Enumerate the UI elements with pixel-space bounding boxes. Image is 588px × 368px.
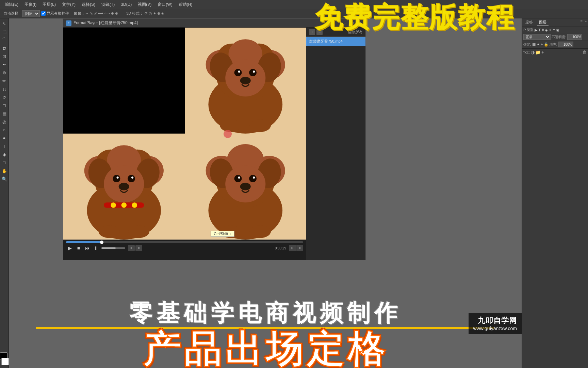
lasso-tool[interactable]: ⌒ bbox=[1, 36, 8, 44]
svg-point-38 bbox=[121, 202, 127, 208]
fp-playlist-item-0[interactable]: 红袋磨牙骨750.mp4 bbox=[306, 37, 365, 46]
lock-art-icon[interactable]: ⌖ bbox=[541, 42, 543, 47]
menu-text[interactable]: 文字(Y) bbox=[59, 1, 78, 8]
quick-select-tool[interactable]: ✿ bbox=[1, 44, 8, 52]
history-brush-tool[interactable]: ↺ bbox=[1, 93, 8, 101]
right-panel: 应答 图层 ≡ » P 类型 ▶ T # ◈ ✧ ≡ ◉ 正常 不透明度: 锁定… bbox=[522, 18, 588, 368]
move-tool[interactable]: ↖ bbox=[1, 20, 8, 27]
panel-expand-icon[interactable]: » bbox=[585, 19, 587, 26]
tab-layers[interactable]: 图层 bbox=[537, 19, 549, 26]
background-color[interactable] bbox=[1, 358, 9, 365]
fp-pause-btn[interactable]: ⏸ bbox=[93, 244, 100, 252]
dodge-tool[interactable]: ○ bbox=[1, 126, 8, 134]
stamp-tool[interactable]: ⎍ bbox=[1, 85, 8, 93]
3d-mode-label: 3D 模式： bbox=[126, 11, 143, 16]
auto-select-dropdown[interactable]: 图层 bbox=[22, 10, 40, 17]
svg-point-29 bbox=[113, 175, 120, 182]
menu-help[interactable]: 帮助(H) bbox=[176, 1, 195, 8]
lock-all-icon[interactable]: 🔒 bbox=[544, 42, 549, 47]
svg-point-13 bbox=[238, 71, 240, 73]
fp-video-area: ▶ ■ ⏮ ⏸ ≡ ≡ 0:00:29 ⊞ ≡ bbox=[63, 28, 306, 260]
fp-btn-row: ▶ ■ ⏮ ⏸ ≡ ≡ 0:00:29 ⊞ ≡ bbox=[66, 244, 303, 252]
fp-volume-fill bbox=[101, 247, 116, 249]
opacity-input[interactable] bbox=[567, 34, 582, 40]
filter-icon-7[interactable]: ◉ bbox=[556, 28, 559, 32]
fp-prev-btn[interactable]: ⏮ bbox=[84, 244, 91, 252]
pen-tool[interactable]: ✒ bbox=[1, 134, 8, 142]
fp-time-display: 0:00:29 bbox=[275, 246, 286, 250]
brush-tool[interactable]: ✏ bbox=[1, 77, 8, 85]
gradient-tool[interactable]: ▤ bbox=[1, 110, 8, 117]
video-frames-grid bbox=[63, 28, 306, 240]
fp-progress-fill bbox=[66, 241, 102, 243]
ctrl-tooltip: Ctrl/Shift + bbox=[211, 231, 234, 237]
menu-image[interactable]: 图像(I) bbox=[22, 1, 39, 8]
toolbar-3d-icons: ⟳ ◎ ✦ ⊕ ◈ bbox=[145, 11, 164, 16]
menu-filter[interactable]: 滤镜(T) bbox=[99, 1, 117, 8]
filter-type-label: 类型 bbox=[527, 28, 534, 32]
add-style-icon[interactable]: fx bbox=[523, 50, 527, 55]
fp-end-buttons: ⊞ ≡ bbox=[289, 245, 303, 251]
fp-progress-bar[interactable] bbox=[66, 241, 303, 243]
fp-aspect-btn[interactable]: ⊞ bbox=[289, 245, 296, 251]
blur-tool[interactable]: ◎ bbox=[1, 118, 8, 125]
fp-volume-slider[interactable] bbox=[101, 247, 125, 249]
eyedropper-tool[interactable]: ✒ bbox=[1, 61, 8, 68]
show-transform-checkbox[interactable] bbox=[41, 11, 46, 16]
lock-checkers-icon[interactable]: ▦ bbox=[532, 42, 536, 47]
filter-icon-2[interactable]: T bbox=[538, 28, 541, 32]
svg-point-34 bbox=[99, 225, 120, 238]
fp-stop-btn[interactable]: ■ bbox=[75, 244, 82, 252]
zoom-tool[interactable]: 🔍 bbox=[1, 175, 8, 183]
fp-eq-btn-1[interactable]: ≡ bbox=[128, 245, 135, 251]
delete-layer-icon[interactable]: 🗑 bbox=[582, 50, 587, 55]
overlay-top-right: 免费完整版教程 bbox=[308, 0, 522, 35]
new-layer-icon[interactable]: + bbox=[541, 50, 544, 55]
filter-icon-3[interactable]: # bbox=[542, 28, 544, 32]
add-mask-icon[interactable]: □ bbox=[527, 50, 530, 55]
menu-select[interactable]: 选择(S) bbox=[79, 1, 98, 8]
text-tool[interactable]: T bbox=[1, 142, 8, 150]
svg-point-39 bbox=[132, 202, 137, 208]
shape-tool[interactable]: □ bbox=[1, 159, 8, 166]
lock-move-icon[interactable]: ✦ bbox=[537, 42, 540, 47]
fp-play-btn[interactable]: ▶ bbox=[66, 244, 74, 252]
panel-menu-icon[interactable]: ≡ bbox=[580, 19, 582, 26]
show-transform-label: 显示变换控件 bbox=[47, 11, 69, 16]
filter-icon-6[interactable]: ≡ bbox=[553, 28, 555, 32]
svg-point-16 bbox=[220, 119, 241, 132]
filter-icon-5[interactable]: ✧ bbox=[549, 28, 552, 32]
fp-eq-btn-2[interactable]: ≡ bbox=[135, 245, 142, 251]
fill-input[interactable] bbox=[558, 42, 573, 47]
menu-layer[interactable]: 图层(L) bbox=[40, 1, 59, 8]
fp-controls: ▶ ■ ⏮ ⏸ ≡ ≡ 0:00:29 ⊞ ≡ bbox=[63, 240, 306, 260]
fp-playlist-btn[interactable]: ≡ bbox=[296, 245, 303, 251]
format-player-window: F FormatPlayer [红袋磨牙骨750.mp4] ─ □ ✕ bbox=[63, 18, 366, 260]
toolbar-icons: ⊞ ⊟ ↕ ↔ ⤡ ⤢ ⟷ ⟺ ⊕ ⊗ bbox=[74, 11, 118, 16]
subtitle-1: 零基础学电商视频制作 bbox=[9, 300, 522, 326]
menu-window[interactable]: 窗口(W) bbox=[155, 1, 175, 8]
lock-row: 锁定: ▦ ✦ ⌖ 🔒 填充: bbox=[522, 41, 588, 48]
blend-mode-select[interactable]: 正常 bbox=[523, 34, 551, 40]
adjustment-icon[interactable]: ◑ bbox=[531, 50, 535, 55]
group-icon[interactable]: 📁 bbox=[535, 50, 541, 55]
menu-edit[interactable]: 编辑(E) bbox=[2, 1, 21, 8]
tab-adjustments[interactable]: 应答 bbox=[523, 19, 535, 26]
menu-3d[interactable]: 3D(D) bbox=[118, 1, 134, 7]
crop-tool[interactable]: ⊡ bbox=[1, 52, 8, 60]
menu-view[interactable]: 视图(V) bbox=[135, 1, 154, 8]
watermark: 九叩自学网 www.guiyanzxw.com bbox=[469, 313, 522, 334]
filter-icon-4[interactable]: ◈ bbox=[545, 28, 548, 32]
path-select-tool[interactable]: ◈ bbox=[1, 151, 8, 158]
fp-progress-thumb[interactable] bbox=[100, 241, 103, 244]
eraser-tool[interactable]: ◻ bbox=[1, 102, 8, 109]
overlay-bottom: 零基础学电商视频制作 产品出场定格 bbox=[9, 300, 522, 368]
hand-tool[interactable]: ✋ bbox=[1, 167, 8, 174]
spot-heal-tool[interactable]: ⊛ bbox=[1, 69, 8, 76]
filter-toggle-icon[interactable]: P bbox=[523, 28, 526, 32]
fp-body: ▶ ■ ⏮ ⏸ ≡ ≡ 0:00:29 ⊞ ≡ bbox=[63, 28, 365, 260]
marquee-tool[interactable]: ⬚ bbox=[1, 28, 8, 35]
video-frame-br bbox=[185, 134, 306, 240]
filter-icon-1[interactable]: ▶ bbox=[535, 28, 537, 32]
svg-point-32 bbox=[131, 177, 133, 179]
